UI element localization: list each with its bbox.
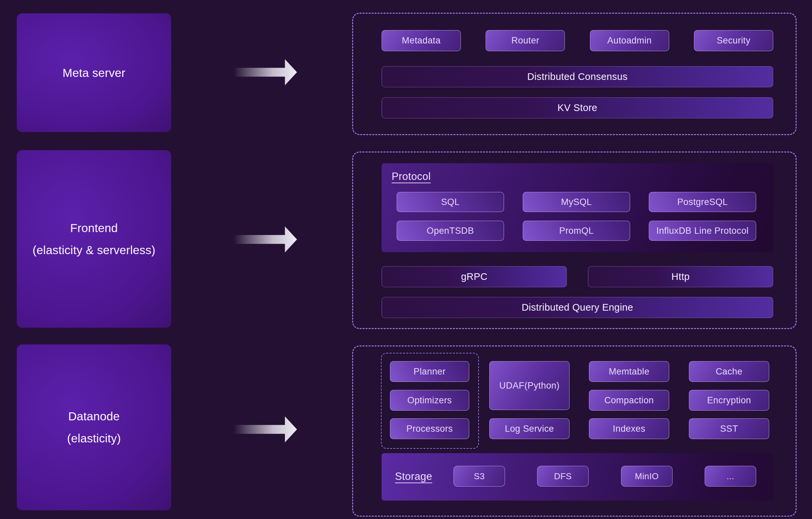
memtable-box: Memtable	[589, 361, 669, 382]
s3-box: S3	[454, 466, 505, 487]
datanode-label-line1: Datanode	[68, 410, 120, 423]
router-box: Router	[486, 30, 565, 51]
protocol-title: Protocol	[392, 171, 431, 182]
optimizers-box: Optimizers	[390, 390, 469, 411]
processors-box: Processors	[390, 419, 469, 439]
postgresql-box: PostgreSQL	[649, 192, 756, 212]
meta-server-box: Meta server	[17, 13, 171, 132]
meta-components-row: Metadata Router Autoadmin Security	[382, 30, 773, 51]
right-arrow-icon	[233, 226, 297, 253]
cache-box: Cache	[689, 361, 769, 382]
dfs-box: DFS	[537, 466, 589, 487]
metadata-box: Metadata	[382, 30, 461, 51]
http-bar: Http	[588, 266, 773, 287]
mysql-box: MySQL	[523, 192, 630, 212]
encryption-box: Encryption	[689, 390, 769, 411]
architecture-diagram: Meta server Frontend (elasticity & serve…	[0, 0, 812, 519]
frontend-box: Frontend (elasticity & serverless)	[17, 150, 171, 328]
security-box: Security	[694, 30, 773, 51]
influxdb-line-protocol-box: InfluxDB Line Protocol	[649, 221, 756, 241]
indexes-box: Indexes	[589, 419, 669, 439]
grpc-bar: gRPC	[382, 266, 567, 287]
more-storage-box: ...	[705, 466, 756, 487]
transport-row: gRPC Http	[382, 266, 773, 287]
minio-box: MinIO	[621, 466, 672, 487]
protocol-subpanel: Protocol SQL MySQL PostgreSQL OpenTSDB P…	[382, 163, 773, 252]
log-service-box: Log Service	[489, 419, 570, 439]
sst-box: SST	[689, 419, 769, 439]
right-arrow-icon	[233, 416, 297, 442]
distributed-consensus-bar: Distributed Consensus	[382, 66, 773, 87]
meta-server-label: Meta server	[62, 66, 125, 80]
frontend-panel: Protocol SQL MySQL PostgreSQL OpenTSDB P…	[352, 151, 796, 329]
compaction-box: Compaction	[589, 390, 669, 411]
datanode-box: Datanode (elasticity)	[17, 344, 171, 510]
datanode-panel: Planner Optimizers Processors UDAF(Pytho…	[352, 345, 796, 517]
right-arrow-icon	[233, 59, 297, 85]
datanode-label-line2: (elasticity)	[67, 432, 121, 445]
distributed-query-engine-bar: Distributed Query Engine	[382, 297, 773, 318]
planner-box: Planner	[390, 361, 469, 382]
frontend-label-line2: (elasticity & serverless)	[32, 243, 155, 257]
storage-subpanel: Storage S3 DFS MinIO ...	[382, 453, 773, 500]
autoadmin-box: Autoadmin	[590, 30, 669, 51]
kv-store-bar: KV Store	[382, 97, 773, 118]
protocol-grid: SQL MySQL PostgreSQL OpenTSDB PromQL Inf…	[397, 192, 756, 241]
udaf-python-box: UDAF(Python)	[489, 361, 570, 410]
opentsdb-box: OpenTSDB	[397, 221, 504, 241]
frontend-label-line1: Frontend	[70, 221, 118, 235]
storage-title: Storage	[395, 470, 432, 483]
meta-server-panel: Metadata Router Autoadmin Security Distr…	[352, 13, 796, 135]
promql-box: PromQL	[523, 221, 630, 241]
sql-box: SQL	[397, 192, 504, 212]
